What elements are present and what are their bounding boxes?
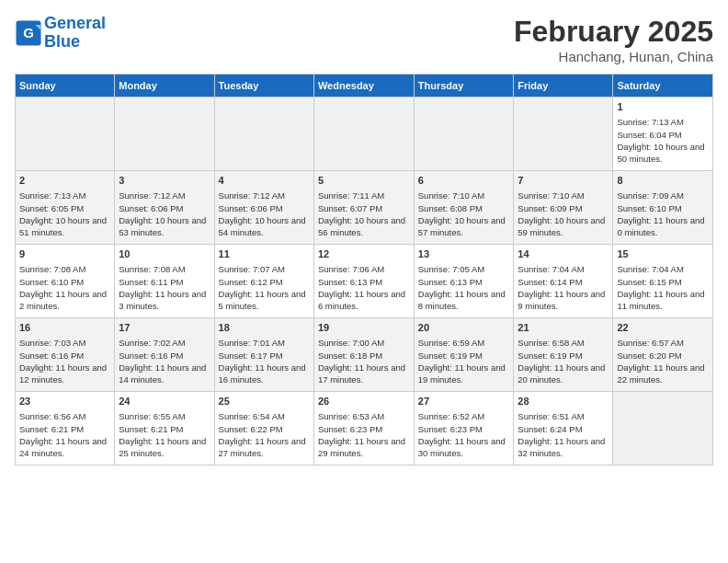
daylight-text: Daylight: 11 hours and 5 minutes. — [219, 289, 306, 311]
sunrise-text: Sunrise: 7:08 AM — [19, 264, 85, 274]
sunset-text: Sunset: 6:15 PM — [617, 277, 681, 287]
sunset-text: Sunset: 6:12 PM — [219, 277, 283, 287]
calendar-cell — [214, 98, 313, 171]
daylight-text: Daylight: 11 hours and 17 minutes. — [318, 362, 405, 385]
sunset-text: Sunset: 6:21 PM — [19, 424, 84, 434]
weekday-header: Wednesday — [313, 75, 414, 98]
sunrise-text: Sunrise: 7:07 AM — [219, 264, 285, 274]
daylight-text: Daylight: 11 hours and 29 minutes. — [318, 436, 405, 458]
sunset-text: Sunset: 6:06 PM — [219, 203, 283, 213]
sunrise-text: Sunrise: 7:10 AM — [518, 190, 584, 201]
daylight-text: Daylight: 11 hours and 24 minutes. — [19, 436, 107, 458]
day-number: 12 — [318, 247, 410, 261]
sunset-text: Sunset: 6:09 PM — [518, 203, 582, 213]
day-number: 25 — [219, 395, 310, 408]
day-number: 16 — [19, 321, 110, 335]
svg-text:G: G — [23, 24, 34, 40]
day-number: 28 — [518, 395, 609, 408]
day-number: 24 — [119, 395, 210, 408]
day-number: 2 — [19, 174, 110, 188]
sunset-text: Sunset: 6:20 PM — [617, 350, 681, 361]
sunrise-text: Sunrise: 6:52 AM — [418, 411, 484, 421]
sunrise-text: Sunrise: 7:08 AM — [119, 264, 185, 274]
weekday-header: Monday — [115, 75, 214, 98]
calendar-cell: 23Sunrise: 6:56 AMSunset: 6:21 PMDayligh… — [16, 392, 115, 465]
logo-icon: G — [15, 19, 42, 47]
daylight-text: Daylight: 11 hours and 25 minutes. — [119, 436, 206, 458]
daylight-text: Daylight: 10 hours and 57 minutes. — [418, 215, 506, 237]
day-number: 15 — [617, 247, 709, 261]
daylight-text: Daylight: 11 hours and 32 minutes. — [518, 436, 605, 458]
day-number: 4 — [219, 174, 310, 188]
calendar-week-row: 9Sunrise: 7:08 AMSunset: 6:10 PMDaylight… — [16, 245, 713, 318]
daylight-text: Daylight: 11 hours and 19 minutes. — [418, 362, 506, 385]
sunrise-text: Sunrise: 7:12 AM — [219, 190, 285, 201]
sunset-text: Sunset: 6:05 PM — [19, 203, 84, 213]
day-number: 7 — [518, 174, 609, 188]
calendar-cell — [414, 98, 514, 171]
calendar-cell — [16, 98, 115, 171]
day-number: 10 — [119, 247, 210, 261]
logo-line1: General — [44, 14, 106, 32]
day-number: 3 — [119, 174, 210, 188]
sunset-text: Sunset: 6:14 PM — [518, 277, 582, 287]
daylight-text: Daylight: 11 hours and 3 minutes. — [119, 289, 206, 311]
month-title: February 2025 — [514, 15, 713, 49]
sunrise-text: Sunrise: 6:51 AM — [518, 411, 584, 421]
calendar-cell: 25Sunrise: 6:54 AMSunset: 6:22 PMDayligh… — [214, 392, 313, 465]
calendar-cell — [514, 98, 613, 171]
daylight-text: Daylight: 11 hours and 16 minutes. — [219, 362, 306, 385]
daylight-text: Daylight: 11 hours and 11 minutes. — [617, 289, 704, 311]
calendar-cell: 13Sunrise: 7:05 AMSunset: 6:13 PMDayligh… — [414, 245, 514, 318]
day-number: 18 — [219, 321, 310, 335]
sunrise-text: Sunrise: 7:03 AM — [19, 338, 85, 348]
calendar-cell: 26Sunrise: 6:53 AMSunset: 6:23 PMDayligh… — [313, 392, 414, 465]
sunset-text: Sunset: 6:21 PM — [119, 424, 183, 434]
calendar-week-row: 23Sunrise: 6:56 AMSunset: 6:21 PMDayligh… — [16, 392, 713, 465]
calendar-week-row: 1Sunrise: 7:13 AMSunset: 6:04 PMDaylight… — [16, 98, 713, 171]
daylight-text: Daylight: 11 hours and 22 minutes. — [617, 362, 704, 385]
day-number: 22 — [617, 321, 709, 335]
sunset-text: Sunset: 6:06 PM — [119, 203, 183, 213]
sunset-text: Sunset: 6:19 PM — [518, 350, 582, 361]
page-header: G General Blue February 2025 Hanchang, H… — [15, 15, 713, 64]
sunrise-text: Sunrise: 6:56 AM — [19, 411, 85, 421]
daylight-text: Daylight: 10 hours and 54 minutes. — [219, 215, 306, 237]
calendar-week-row: 2Sunrise: 7:13 AMSunset: 6:05 PMDaylight… — [16, 171, 713, 245]
sunrise-text: Sunrise: 6:53 AM — [318, 411, 384, 421]
sunrise-text: Sunrise: 7:13 AM — [19, 190, 85, 201]
sunset-text: Sunset: 6:17 PM — [219, 350, 283, 361]
sunset-text: Sunset: 6:24 PM — [518, 424, 582, 434]
day-number: 27 — [418, 395, 510, 408]
daylight-text: Daylight: 11 hours and 2 minutes. — [19, 289, 107, 311]
day-number: 19 — [318, 321, 410, 335]
calendar-cell: 14Sunrise: 7:04 AMSunset: 6:14 PMDayligh… — [514, 245, 613, 318]
daylight-text: Daylight: 10 hours and 51 minutes. — [19, 215, 107, 237]
daylight-text: Daylight: 10 hours and 59 minutes. — [518, 215, 605, 237]
day-number: 6 — [418, 174, 510, 188]
calendar-cell: 27Sunrise: 6:52 AMSunset: 6:23 PMDayligh… — [414, 392, 514, 465]
sunset-text: Sunset: 6:08 PM — [418, 203, 483, 213]
sunset-text: Sunset: 6:16 PM — [19, 350, 84, 361]
sunrise-text: Sunrise: 7:06 AM — [318, 264, 384, 274]
calendar-cell: 2Sunrise: 7:13 AMSunset: 6:05 PMDaylight… — [16, 171, 115, 245]
sunrise-text: Sunrise: 7:09 AM — [617, 190, 683, 201]
daylight-text: Daylight: 11 hours and 27 minutes. — [219, 436, 306, 458]
sunrise-text: Sunrise: 7:00 AM — [318, 338, 384, 348]
calendar-cell: 4Sunrise: 7:12 AMSunset: 6:06 PMDaylight… — [214, 171, 313, 245]
sunset-text: Sunset: 6:18 PM — [318, 350, 382, 361]
sunrise-text: Sunrise: 7:04 AM — [518, 264, 584, 274]
sunset-text: Sunset: 6:16 PM — [119, 350, 183, 361]
calendar-cell: 10Sunrise: 7:08 AMSunset: 6:11 PMDayligh… — [115, 245, 214, 318]
calendar-cell: 16Sunrise: 7:03 AMSunset: 6:16 PMDayligh… — [16, 318, 115, 392]
calendar-cell: 21Sunrise: 6:58 AMSunset: 6:19 PMDayligh… — [514, 318, 613, 392]
day-number: 20 — [418, 321, 510, 335]
day-number: 1 — [617, 100, 709, 114]
calendar-cell: 24Sunrise: 6:55 AMSunset: 6:21 PMDayligh… — [115, 392, 214, 465]
sunrise-text: Sunrise: 6:57 AM — [617, 338, 683, 348]
sunset-text: Sunset: 6:19 PM — [418, 350, 483, 361]
calendar-cell: 12Sunrise: 7:06 AMSunset: 6:13 PMDayligh… — [313, 245, 414, 318]
location: Hanchang, Hunan, China — [514, 49, 713, 64]
calendar-cell — [115, 98, 214, 171]
day-number: 17 — [119, 321, 210, 335]
